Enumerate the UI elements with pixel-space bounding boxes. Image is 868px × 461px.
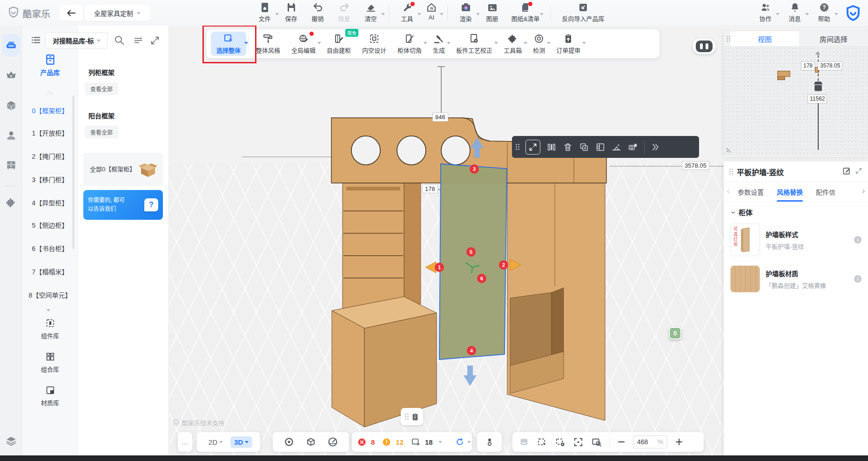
selected-panel[interactable]	[439, 164, 507, 359]
edit-icon[interactable]	[842, 166, 851, 177]
section-cabinet[interactable]: 柜体	[724, 202, 868, 219]
save-button[interactable]: 保存	[278, 2, 304, 24]
rail-cabinet-tab[interactable]	[0, 154, 22, 176]
component-library-tab[interactable]: 组件库	[22, 318, 78, 340]
chevron-down-icon[interactable]	[467, 441, 471, 443]
toggle-card[interactable]	[477, 432, 502, 452]
list-icon[interactable]	[31, 35, 41, 47]
undo-button[interactable]: 撤销	[304, 2, 331, 24]
select-whole-button[interactable]: 选择整体	[211, 32, 246, 56]
tools-button[interactable]: 工具	[394, 2, 420, 24]
zoom-in-button[interactable]	[675, 438, 683, 446]
view-all-button[interactable]: 查看全部	[85, 82, 118, 95]
view-toggle-button[interactable]	[693, 39, 716, 54]
category-item-6[interactable]: 6【书台柜】	[22, 244, 78, 253]
render-button[interactable]: 渲染	[452, 2, 479, 24]
drawings-list-button[interactable]: 图纸&清单	[505, 2, 545, 24]
search-icon[interactable]	[114, 34, 125, 47]
warning-count[interactable]: 12	[396, 438, 404, 446]
promo-card[interactable]: 你需要的, 都可以告诉我们 ?	[83, 190, 163, 220]
account-avatar[interactable]	[845, 5, 861, 23]
snapshot-icon[interactable]	[519, 437, 529, 447]
scrollbar[interactable]	[72, 95, 74, 249]
category-item-4[interactable]: 4【异型柜】	[22, 198, 78, 207]
toolbox-button[interactable]: 工具箱	[498, 32, 527, 56]
refresh-icon[interactable]	[455, 437, 464, 447]
zoom-level-input[interactable]: 468 %	[633, 435, 667, 448]
scale-tool-active[interactable]	[525, 140, 540, 155]
material-library-tab[interactable]: 材质库	[22, 385, 78, 407]
tab-view[interactable]: 视图	[730, 31, 799, 46]
drag-handle[interactable]	[405, 414, 409, 420]
cabinet-cut-button[interactable]: 柜体切角	[392, 32, 427, 56]
drag-handle[interactable]	[724, 31, 730, 46]
expand-icon[interactable]	[855, 167, 862, 176]
zoom-out-button[interactable]	[617, 438, 626, 446]
global-edit-button[interactable]: 全局编辑	[286, 32, 321, 56]
drag-handle[interactable]	[729, 169, 733, 175]
category-item-0[interactable]: 0【框架柜】	[22, 106, 78, 115]
back-button[interactable]	[60, 5, 83, 21]
rail-vip-tab[interactable]	[0, 64, 22, 86]
combo-library-tab[interactable]: 组合库	[22, 352, 78, 373]
visibility-icon[interactable]	[283, 436, 295, 447]
expand-panel-icon[interactable]	[150, 35, 160, 47]
more-tools[interactable]	[651, 142, 660, 152]
overall-style-button[interactable]: 整体风格	[250, 32, 286, 56]
more-button[interactable]: ...	[178, 432, 192, 452]
panel-craft-check-button[interactable]: 板件工艺校正	[451, 32, 498, 56]
category-item-2[interactable]: 2【掩门柜】	[22, 151, 78, 161]
group-count-badge[interactable]: 5	[669, 327, 681, 339]
gauge-icon[interactable]	[327, 436, 338, 447]
reverse-import-button[interactable]: 反向导入产品库	[555, 2, 611, 24]
shelf-tool[interactable]	[595, 142, 606, 152]
drag-handle[interactable]	[516, 144, 519, 150]
tab-parameters[interactable]: 参数设置	[731, 182, 770, 202]
panel-count[interactable]: 18	[425, 438, 433, 446]
all-frame-cabinet-card[interactable]: 全部0【框架柜】	[83, 153, 163, 186]
rail-account-tab[interactable]	[0, 124, 22, 147]
info-icon[interactable]: i	[854, 236, 861, 244]
free-cabinet-button[interactable]: 限免 自由建柜	[321, 32, 357, 56]
view-all-button[interactable]: 查看全部	[85, 126, 118, 138]
clipboard-float-button[interactable]	[401, 408, 423, 425]
delete-tool[interactable]	[563, 142, 573, 152]
ai-button[interactable]: N AI	[420, 2, 443, 24]
category-item-5[interactable]: 5【侧边柜】	[22, 220, 78, 230]
resize-handle-icon[interactable]	[726, 146, 733, 154]
tab-room-select[interactable]: 房间选择	[799, 31, 868, 46]
messages-button[interactable]: 消息	[781, 2, 808, 24]
tabs-next-arrow[interactable]	[861, 188, 866, 196]
design-canvas[interactable]: 1 2 3 4 5 6 846 178 3578.05 选择整体 整体风格	[169, 26, 868, 461]
redo-button[interactable]: 恢复	[331, 2, 357, 24]
minimap-camera-icon[interactable]	[811, 78, 825, 95]
marquee-settings-icon[interactable]	[555, 437, 565, 447]
rail-layers-tab[interactable]	[0, 430, 22, 452]
distribute-tool[interactable]	[546, 142, 557, 152]
mode-3d-button[interactable]: 3D	[230, 436, 252, 448]
detect-button[interactable]: 检测	[527, 32, 551, 56]
category-item-8[interactable]: 8【空间单元】	[22, 290, 78, 299]
move-left-arrow[interactable]	[425, 262, 436, 273]
marquee-select-icon[interactable]	[537, 437, 547, 447]
rail-model-tab[interactable]	[0, 95, 22, 117]
level-tool[interactable]	[612, 142, 622, 152]
tab-style-replace[interactable]: 风格替换	[770, 182, 809, 202]
inner-space-button[interactable]: 内空设计	[357, 32, 392, 56]
replace-model-tool[interactable]	[628, 142, 638, 152]
product-library-tab[interactable]: 产品库	[22, 54, 78, 77]
solid-view-icon[interactable]	[305, 436, 316, 447]
library-source-dropdown[interactable]: 对接精品库-标	[46, 32, 108, 49]
help-button[interactable]: ? 帮助	[811, 2, 837, 24]
duplicate-tool[interactable]	[579, 142, 589, 152]
rail-plugins-tab[interactable]	[0, 191, 22, 214]
wall-style-thumbnail[interactable]: 可选灯带	[730, 224, 760, 256]
category-item-7[interactable]: 7【榻榻米】	[22, 267, 78, 276]
file-button[interactable]: 文件	[251, 2, 278, 24]
minimap[interactable]: 178 3578.05 11562	[724, 47, 868, 156]
order-submit-button[interactable]: 订单提审	[551, 32, 586, 56]
wall-material-thumbnail[interactable]	[730, 265, 760, 292]
mode-2d-button[interactable]: 2D	[205, 436, 227, 448]
zoom-region-icon[interactable]	[591, 437, 602, 447]
generate-button[interactable]: 生成	[427, 32, 451, 56]
